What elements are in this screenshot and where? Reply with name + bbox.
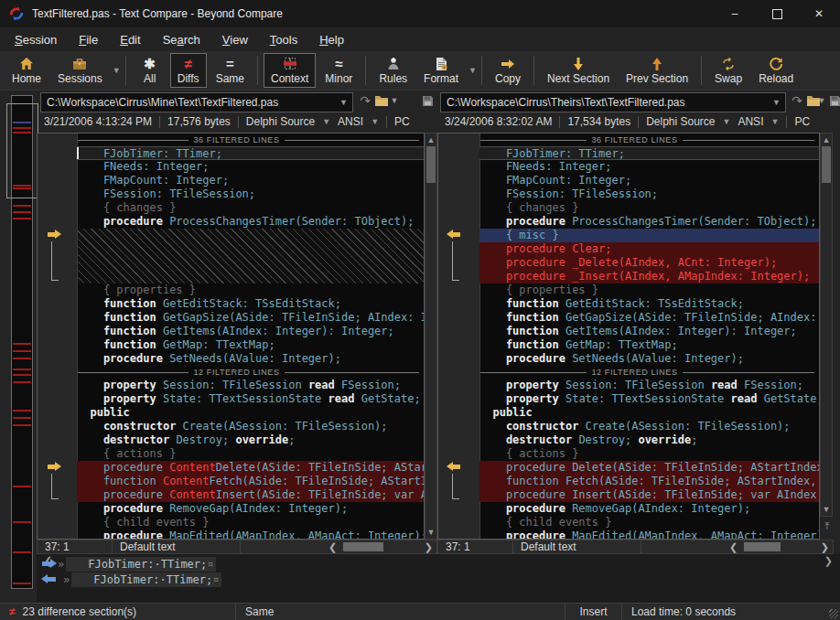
- code-line[interactable]: function GetGapSize(ASide: TFileInSide; …: [479, 311, 819, 325]
- scroll-left-icon[interactable]: ❮: [729, 540, 738, 554]
- code-line[interactable]: constructor Create(ASession: TFileSessio…: [479, 420, 819, 433]
- minimize-button[interactable]: –: [714, 0, 756, 27]
- chevron-down-icon[interactable]: ▼: [371, 117, 379, 126]
- code-line[interactable]: FNeeds: Integer;: [77, 160, 424, 174]
- right-code-pane[interactable]: +36 FILTERED LINES FJobTimer: TTimer; FN…: [437, 133, 820, 540]
- scroll-up-icon[interactable]: ▲: [821, 135, 832, 144]
- chevron-down-icon[interactable]: ▼: [723, 117, 731, 126]
- rules-button[interactable]: Rules: [372, 53, 415, 88]
- right-path-combo[interactable]: ▼: [440, 92, 786, 112]
- code-line[interactable]: { misc }: [479, 229, 819, 242]
- code-line[interactable]: procedure _Delete(AIndex, ACnt: Integer)…: [479, 256, 819, 270]
- next-section-button[interactable]: Next Section: [540, 53, 617, 88]
- left-vertical-scrollbar[interactable]: ▲ ▼: [425, 133, 437, 540]
- code-line[interactable]: destructor Destroy; override;: [77, 433, 424, 447]
- scroll-down-icon[interactable]: ▼: [821, 505, 832, 514]
- code-line[interactable]: constructor Create(ASession: TFileSessio…: [77, 420, 424, 433]
- menu-tools[interactable]: Tools: [259, 30, 308, 49]
- code-line[interactable]: function GetItems(AIndex: Integer): Inte…: [479, 325, 819, 338]
- code-line[interactable]: function GetMap: TTextMap;: [479, 338, 819, 352]
- filtered-lines-header[interactable]: +12 FILTERED LINES: [438, 366, 819, 379]
- expand-section-icon[interactable]: +: [39, 368, 49, 378]
- right-encoding-select[interactable]: ANSI: [738, 115, 763, 128]
- prev-section-button[interactable]: Prev Section: [619, 53, 695, 88]
- swap-button[interactable]: Swap: [707, 53, 749, 88]
- left-path-input[interactable]: [41, 96, 335, 109]
- left-scrollbar-thumb[interactable]: [426, 146, 436, 183]
- right-rotate-icon[interactable]: ↷: [789, 92, 805, 109]
- right-path-input[interactable]: [441, 96, 768, 109]
- code-line[interactable]: property State: TTextSessionState read G…: [77, 392, 424, 406]
- scroll-up-icon[interactable]: ▲: [425, 135, 436, 144]
- filtered-lines-header[interactable]: +36 FILTERED LINES: [38, 134, 424, 146]
- filtered-lines-header[interactable]: +12 FILTERED LINES: [38, 366, 424, 379]
- left-rotate-icon[interactable]: ↷: [357, 92, 373, 109]
- chevron-down-icon[interactable]: ▼: [390, 92, 399, 109]
- left-encoding-select[interactable]: ANSI: [338, 115, 363, 128]
- code-line[interactable]: FMapCount: Integer;: [77, 174, 424, 187]
- detail-row[interactable]: »FJobTimer:·TTimer;¤: [38, 556, 216, 572]
- code-line[interactable]: property Session: TFileSession read FSes…: [77, 379, 424, 392]
- sessions-button[interactable]: Sessions: [50, 53, 110, 88]
- code-line[interactable]: public: [77, 406, 424, 420]
- all-button[interactable]: ✱All: [132, 53, 168, 88]
- code-line[interactable]: { actions }: [77, 447, 424, 461]
- code-line[interactable]: function GetItems(AIndex: Integer): Inte…: [77, 325, 424, 338]
- same-button[interactable]: =Same: [209, 53, 252, 88]
- code-line[interactable]: procedure RemoveGap(AIndex: Integer);: [77, 502, 424, 516]
- code-line[interactable]: FSession: TFileSession;: [77, 187, 424, 201]
- code-line[interactable]: procedure MapEdited(AMapIndex, AMapAct: …: [77, 529, 424, 540]
- filtered-lines-header[interactable]: +36 FILTERED LINES: [438, 134, 819, 146]
- menu-help[interactable]: Help: [308, 30, 355, 49]
- chevron-down-icon[interactable]: ▼: [768, 98, 785, 107]
- minor-button[interactable]: ≈Minor: [318, 53, 360, 88]
- code-line[interactable]: function Fetch(ASide: TFileInSide; AStar…: [479, 475, 819, 488]
- right-hscroll-thumb[interactable]: [744, 542, 781, 551]
- scroll-right-icon[interactable]: ❯: [824, 554, 833, 602]
- right-scrollbar-thumb[interactable]: [822, 146, 831, 183]
- chevron-down-icon[interactable]: ▼: [335, 98, 352, 107]
- code-line[interactable]: FMapCount: Integer;: [479, 174, 819, 187]
- code-line[interactable]: function GetEditStack: TSsEditStack;: [479, 297, 819, 311]
- code-line[interactable]: { child events }: [479, 516, 819, 529]
- code-line[interactable]: FNeeds: Integer;: [479, 160, 819, 174]
- menu-search[interactable]: Search: [152, 30, 211, 49]
- code-line[interactable]: procedure Delete(ASide: TFileInSide; ASt…: [479, 461, 819, 475]
- code-line[interactable]: function GetGapSize(ASide: TFileInSide; …: [77, 311, 424, 325]
- code-line[interactable]: procedure _Insert(AIndex, AMapIndex: Int…: [479, 270, 819, 283]
- right-horizontal-scrollbar[interactable]: ❮ ❯: [641, 540, 833, 553]
- home-button[interactable]: Home: [5, 53, 48, 88]
- reload-button[interactable]: Reload: [751, 53, 801, 88]
- code-line[interactable]: { actions }: [479, 447, 819, 461]
- left-hscroll-thumb[interactable]: [343, 542, 383, 551]
- chevron-down-icon[interactable]: ▼: [322, 117, 330, 126]
- close-button[interactable]: ✕: [798, 0, 840, 27]
- expand-section-icon[interactable]: +: [39, 135, 49, 145]
- code-line[interactable]: FJobTimer: TTimer;: [479, 146, 819, 160]
- right-save-icon[interactable]: [826, 92, 840, 109]
- menu-edit[interactable]: Edit: [109, 30, 151, 49]
- code-line[interactable]: { child events }: [77, 516, 424, 529]
- code-line[interactable]: { changes }: [77, 201, 424, 215]
- code-line[interactable]: { changes }: [479, 201, 819, 215]
- code-line[interactable]: property State: TTextSessionState read G…: [479, 392, 819, 406]
- left-format-select[interactable]: Delphi Source: [246, 115, 315, 128]
- code-line[interactable]: function GetEditStack: TSsEditStack;: [77, 297, 424, 311]
- code-line[interactable]: procedure ContentInsert(ASide: TFileInSi…: [77, 488, 424, 502]
- menu-file[interactable]: File: [68, 30, 109, 49]
- code-line[interactable]: procedure MapEdited(AMapIndex, AMapAct: …: [479, 529, 819, 540]
- scroll-left-icon[interactable]: ❮: [328, 540, 337, 554]
- left-horizontal-scrollbar[interactable]: ❮ ❯: [241, 540, 436, 553]
- code-line[interactable]: procedure RemoveGap(AIndex: Integer);: [479, 502, 819, 516]
- left-browse-folder-icon[interactable]: [373, 92, 390, 109]
- code-line[interactable]: property Session: TFileSession read FSes…: [479, 379, 819, 392]
- left-path-combo[interactable]: ▼: [40, 92, 353, 112]
- title-bar[interactable]: TextFiltered.pas - Text Compare - Beyond…: [0, 0, 840, 27]
- maximize-button[interactable]: [756, 0, 798, 27]
- expand-section-icon[interactable]: +: [440, 135, 450, 145]
- expand-section-icon[interactable]: +: [440, 368, 450, 378]
- left-save-icon[interactable]: [419, 92, 436, 109]
- code-line[interactable]: procedure Clear;: [479, 242, 819, 256]
- code-line[interactable]: FSession: TFileSession;: [479, 187, 819, 201]
- chevron-down-icon[interactable]: ▼: [817, 92, 826, 109]
